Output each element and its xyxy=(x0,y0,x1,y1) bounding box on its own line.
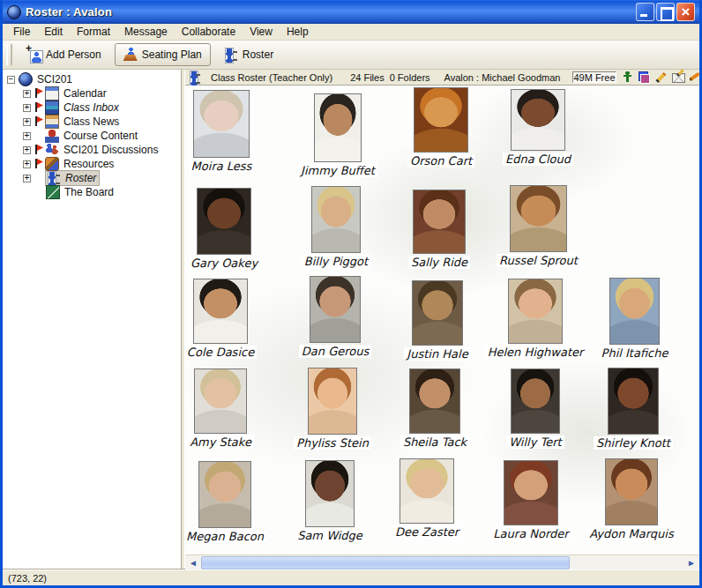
student-photo[interactable] xyxy=(504,460,558,525)
tree-item-roster[interactable]: Roster xyxy=(3,171,181,185)
student-photo[interactable] xyxy=(314,93,362,162)
tree-item-class-inbox[interactable]: Class Inbox xyxy=(3,100,181,115)
maximize-button[interactable] xyxy=(656,3,675,21)
student-card-orson-cart: Orson Cart xyxy=(414,87,468,167)
discussions-icon xyxy=(45,143,59,157)
student-photo[interactable] xyxy=(609,278,660,345)
scroll-left-arrow-icon[interactable]: ◄ xyxy=(186,556,200,569)
student-card-jimmy-buffet: Jimmy Buffet xyxy=(314,93,362,177)
menu-file[interactable]: File xyxy=(6,25,37,39)
student-photo[interactable] xyxy=(508,279,563,344)
expand-box-icon[interactable] xyxy=(23,132,31,140)
roster-view-label: Roster xyxy=(243,48,273,61)
h-scrollbar[interactable]: ◄ ► xyxy=(185,555,699,569)
student-photo[interactable] xyxy=(409,368,460,434)
add-person-icon xyxy=(27,48,41,62)
menu-format[interactable]: Format xyxy=(70,25,117,39)
expand-box-icon[interactable] xyxy=(23,146,31,154)
tree-item-sci201-discussions[interactable]: SCI201 Discussions xyxy=(3,143,181,157)
menu-help[interactable]: Help xyxy=(280,25,316,39)
student-card-dee-zaster: Dee Zaster xyxy=(400,458,454,539)
student-photo[interactable] xyxy=(308,368,357,435)
expand-box-icon[interactable] xyxy=(23,104,31,112)
tree-item-resources[interactable]: Resources xyxy=(3,157,181,171)
student-photo[interactable] xyxy=(197,188,251,255)
student-photo[interactable] xyxy=(413,190,466,254)
tree-item-class-news[interactable]: Class News xyxy=(3,115,181,129)
folder-tree: SCI201 CalendarClass InboxClass NewsCour… xyxy=(3,70,181,569)
student-name: Aydon Marquis xyxy=(586,527,676,540)
minimize-button[interactable] xyxy=(636,3,654,21)
resources-icon xyxy=(45,157,59,171)
tree-root-sci201[interactable]: SCI201 xyxy=(3,72,181,86)
tree-item-course-content[interactable]: Course Content xyxy=(3,129,181,143)
student-photo[interactable] xyxy=(198,461,251,528)
student-photo[interactable] xyxy=(511,89,565,151)
student-card-laura-norder: Laura Norder xyxy=(504,460,558,540)
expand-box-icon[interactable] xyxy=(23,160,31,168)
student-card-sally-ride: Sally Ride xyxy=(413,190,466,269)
menu-edit[interactable]: Edit xyxy=(37,25,70,39)
menu-view[interactable]: View xyxy=(243,25,280,39)
student-card-shirley-knott: Shirley Knott xyxy=(608,368,659,450)
add-person-button[interactable]: Add Person xyxy=(23,45,106,64)
student-name: Cole Dasice xyxy=(185,346,257,359)
student-photo[interactable] xyxy=(310,276,361,343)
sign-icon[interactable] xyxy=(689,71,700,84)
roster-canvas[interactable]: Moira LessJimmy BuffetOrson CartEdna Clo… xyxy=(185,86,699,555)
person-icon[interactable] xyxy=(622,71,633,84)
folders-count: 0 Folders xyxy=(390,72,430,83)
student-card-sheila-tack: Sheila Tack xyxy=(409,368,460,449)
tree-item-calendar[interactable]: Calendar xyxy=(3,86,181,100)
student-photo[interactable] xyxy=(414,87,468,153)
expand-box-icon[interactable] xyxy=(23,175,31,182)
window-frame: Roster : Avalon FileEditFormatMessageCol… xyxy=(3,0,699,585)
student-card-phil-itafiche: Phil Itafiche xyxy=(609,278,660,360)
tree-item-the-board[interactable]: The Board xyxy=(3,185,181,199)
expand-box-icon[interactable] xyxy=(23,118,31,126)
add-person-label: Add Person xyxy=(46,48,101,61)
pencil-icon[interactable] xyxy=(655,71,667,84)
seating-plan-icon xyxy=(123,48,138,62)
student-photo[interactable] xyxy=(193,279,248,344)
student-photo[interactable] xyxy=(608,368,659,435)
inbox-icon xyxy=(45,100,59,115)
main-pane: Class Roster (Teacher Only) 24 Files 0 F… xyxy=(185,70,699,569)
student-card-aydon-marquis: Aydon Marquis xyxy=(605,458,658,540)
roster-icon xyxy=(224,48,238,62)
menu-collaborate[interactable]: Collaborate xyxy=(175,25,243,39)
seating-plan-button[interactable]: Seating Plan xyxy=(115,43,211,66)
menu-message[interactable]: Message xyxy=(117,25,175,39)
student-name: Sam Widge xyxy=(295,529,365,542)
collapse-box[interactable] xyxy=(7,76,15,84)
roster-view-button[interactable]: Roster xyxy=(220,45,278,64)
files-count: 24 Files xyxy=(350,72,385,83)
student-photo[interactable] xyxy=(305,460,355,527)
student-photo[interactable] xyxy=(311,186,361,253)
server-name: Avalon : Michael Goodman xyxy=(444,72,561,83)
expand-box-icon[interactable] xyxy=(23,90,31,98)
tree-item-label: Resources xyxy=(62,158,116,170)
flag-spacer xyxy=(34,130,43,141)
student-name: Shirley Knott xyxy=(594,436,673,450)
student-photo[interactable] xyxy=(194,368,247,434)
student-photo[interactable] xyxy=(193,90,250,158)
student-name: Billy Piggot xyxy=(302,255,370,268)
student-photo[interactable] xyxy=(412,280,463,346)
close-button[interactable] xyxy=(676,3,695,21)
student-photo[interactable] xyxy=(510,185,567,252)
student-name: Amy Stake xyxy=(187,435,254,449)
copy-icon[interactable] xyxy=(639,71,650,84)
window-globe-icon[interactable] xyxy=(7,5,21,19)
student-photo[interactable] xyxy=(511,368,560,434)
student-name: Sally Ride xyxy=(408,256,470,269)
student-photo[interactable] xyxy=(605,458,658,525)
toolbar-grip[interactable] xyxy=(6,44,12,65)
scroll-right-arrow-icon[interactable]: ► xyxy=(684,556,698,569)
student-name: Phil Itafiche xyxy=(599,346,671,360)
student-card-dan-gerous: Dan Gerous xyxy=(310,276,361,358)
student-photo[interactable] xyxy=(400,458,454,524)
approve-icon[interactable] xyxy=(672,71,683,84)
student-card-edna-cloud: Edna Cloud xyxy=(511,89,565,166)
h-scrollbar-thumb[interactable] xyxy=(201,556,570,569)
